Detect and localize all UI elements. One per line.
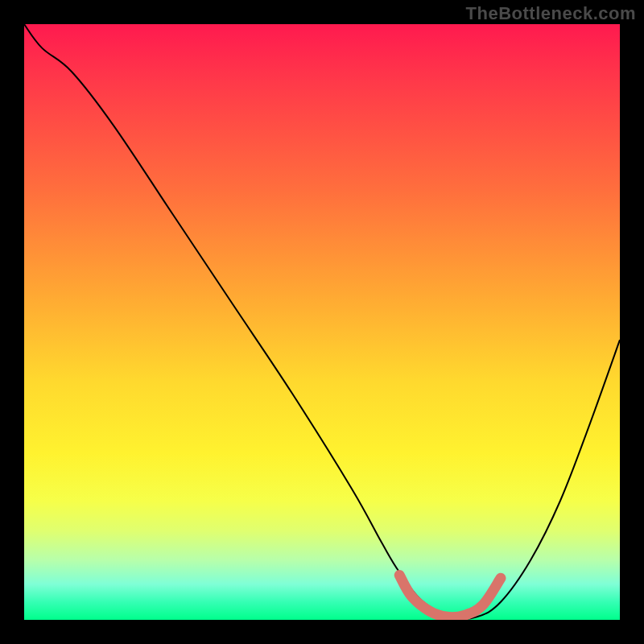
chart-frame: TheBottleneck.com (0, 0, 644, 644)
optimal-zone-marker (399, 576, 501, 617)
curve-svg (24, 24, 620, 620)
watermark-text: TheBottleneck.com (466, 3, 636, 24)
bottleneck-curve (24, 24, 620, 619)
plot-area (24, 24, 620, 620)
